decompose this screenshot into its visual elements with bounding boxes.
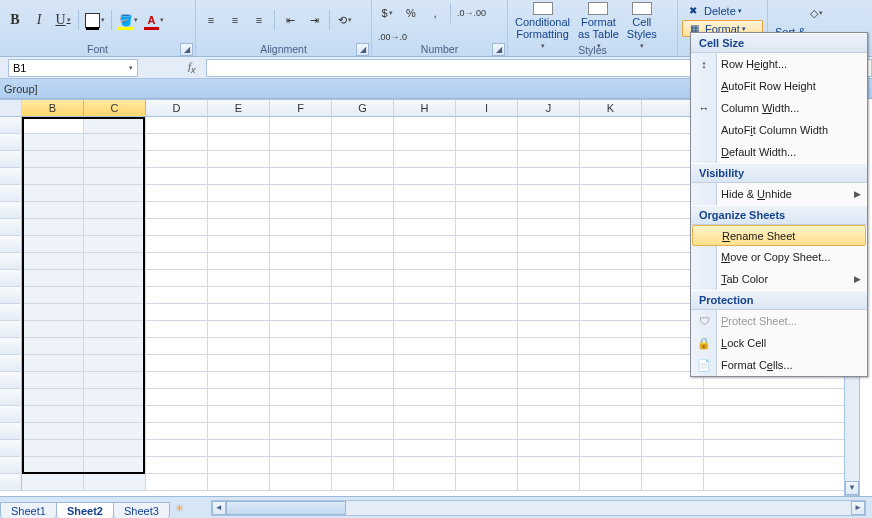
increase-indent-button[interactable]: ⇥ [303,9,325,31]
increase-decimal-button[interactable]: .0→.00 [455,2,488,24]
underline-button[interactable]: U [52,9,74,31]
group-number: $ % , .0→.00 .00→.0 Number◢ [372,0,508,56]
name-box[interactable]: B1▾ [8,59,138,77]
menu-autofit-row[interactable]: AutoFit Row Height [691,75,867,97]
menu-hide-unhide[interactable]: Hide & Unhide▶ [691,183,867,205]
select-all-corner[interactable] [0,100,22,116]
menu-protect-sheet: 🛡Protect Sheet... [691,310,867,332]
menu-header-cellsize: Cell Size [691,33,867,53]
row-height-icon: ↕ [696,56,712,72]
menu-tab-color[interactable]: Tab Color▶ [691,268,867,290]
scroll-right-arrow[interactable]: ► [851,501,865,515]
styles-group-label: Styles [578,44,607,56]
number-dialog-launcher[interactable]: ◢ [492,43,505,56]
menu-header-protection: Protection [691,290,867,310]
col-width-icon: ↔ [696,100,712,116]
fill-color-button[interactable]: 🪣 [116,9,140,31]
font-dialog-launcher[interactable]: ◢ [180,43,193,56]
sheet-tab-bar: Sheet1 Sheet2 Sheet3 ✳ ◄ ► [0,496,872,518]
menu-header-visibility: Visibility [691,163,867,183]
menu-autofit-col[interactable]: AutoFit Column Width [691,119,867,141]
format-cells-icon: 📄 [696,357,712,373]
col-header[interactable]: F [270,100,332,116]
border-button[interactable] [83,9,107,31]
sheet-tab-1[interactable]: Sheet1 [0,502,57,518]
fx-icon[interactable]: fx [188,60,196,75]
bold-button[interactable]: B [4,9,26,31]
menu-header-organize: Organize Sheets [691,205,867,225]
accounting-format-button[interactable]: $ [376,2,398,24]
decrease-indent-button[interactable]: ⇤ [279,9,301,31]
col-header[interactable]: C [84,100,146,116]
italic-button[interactable]: I [28,9,50,31]
col-header[interactable]: I [456,100,518,116]
horizontal-scrollbar[interactable]: ◄ ► [211,500,866,516]
menu-lock-cell[interactable]: 🔒Lock Cell [691,332,867,354]
insert-sheet-icon[interactable]: ✳ [175,502,191,518]
col-header[interactable]: D [146,100,208,116]
align-center-button[interactable]: ≡ [224,9,246,31]
lock-icon: 🔒 [696,335,712,351]
col-header[interactable]: G [332,100,394,116]
format-menu: Cell Size ↕Row Height... AutoFit Row Hei… [690,32,868,377]
font-color-button[interactable]: A [142,9,166,31]
alignment-dialog-launcher[interactable]: ◢ [356,43,369,56]
submenu-arrow-icon: ▶ [854,274,861,284]
submenu-arrow-icon: ▶ [854,189,861,199]
clear-button[interactable]: ◇ [774,2,858,24]
number-group-label: Number [421,43,458,55]
sheet-tab-2[interactable]: Sheet2 [56,502,114,518]
scroll-down-arrow[interactable]: ▼ [845,481,859,495]
scroll-left-arrow[interactable]: ◄ [212,501,226,515]
col-header[interactable]: E [208,100,270,116]
menu-row-height[interactable]: ↕Row Height... [691,53,867,75]
menu-col-width[interactable]: ↔Column Width... [691,97,867,119]
orientation-button[interactable]: ⟲ [334,9,356,31]
protect-icon: 🛡 [696,313,712,329]
menu-move-copy[interactable]: Move or Copy Sheet... [691,246,867,268]
menu-format-cells[interactable]: 📄Format Cells... [691,354,867,376]
comma-button[interactable]: , [424,2,446,24]
group-alignment: ≡ ≡ ≡ ⇤ ⇥ ⟲ Alignment◢ [196,0,372,56]
menu-rename-sheet[interactable]: Rename Sheet [692,225,866,246]
delete-button[interactable]: ✖Delete▾ [682,2,763,19]
col-header[interactable]: H [394,100,456,116]
percent-button[interactable]: % [400,2,422,24]
font-group-label: Font [87,43,108,55]
col-header[interactable]: B [22,100,84,116]
align-right-button[interactable]: ≡ [248,9,270,31]
group-styles: Conditional Formatting Format as Table C… [508,0,678,56]
alignment-group-label: Alignment [260,43,307,55]
col-header[interactable]: J [518,100,580,116]
menu-default-width[interactable]: Default Width... [691,141,867,163]
col-header[interactable]: K [580,100,642,116]
group-font: B I U 🪣 A Font◢ [0,0,196,56]
align-left-button[interactable]: ≡ [200,9,222,31]
delete-icon: ✖ [685,3,701,18]
sheet-tab-3[interactable]: Sheet3 [113,502,170,518]
scroll-thumb[interactable] [226,501,346,515]
